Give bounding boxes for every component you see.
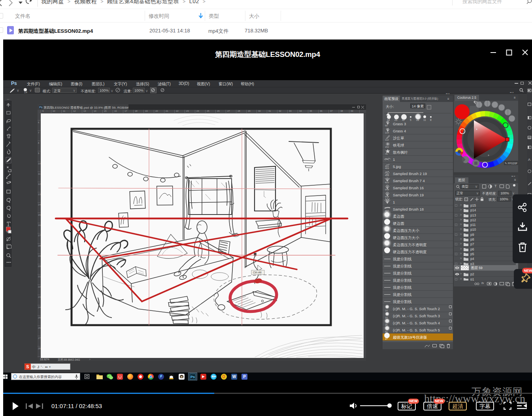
svg-text:✎ FF020F: ✎ FF020F <box>505 162 517 165</box>
svg-text:Ctrl-Alt: Ctrl-Alt <box>253 271 261 274</box>
